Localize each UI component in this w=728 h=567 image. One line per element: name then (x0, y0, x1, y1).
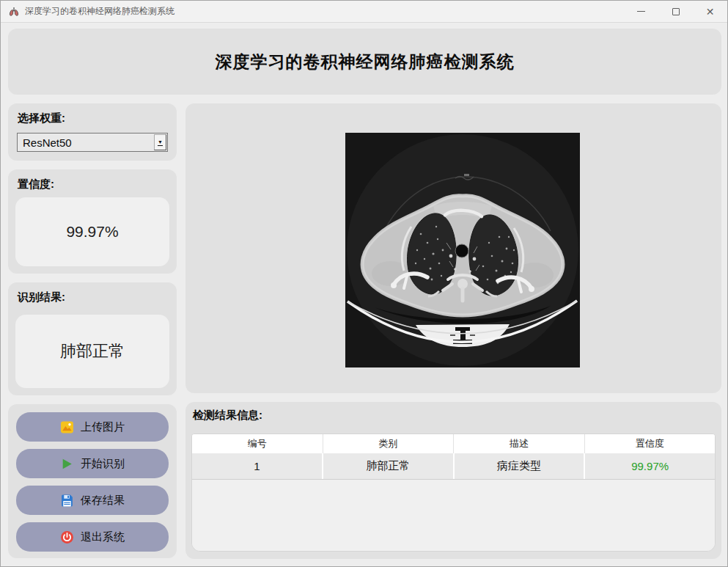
upload-image-button[interactable]: 上传图片 (16, 412, 169, 442)
power-icon (60, 530, 74, 544)
combo-dropdown-button[interactable]: ▼ (154, 134, 166, 150)
weight-select-value: ResNet50 (23, 136, 72, 149)
minimize-icon (637, 11, 645, 12)
weight-select[interactable]: ResNet50 ▼ (17, 133, 168, 152)
close-button[interactable]: ✕ (693, 1, 727, 22)
close-icon: ✕ (706, 7, 715, 17)
maximize-icon (672, 8, 680, 15)
actions-section: 上传图片 开始识别 保存结果 (8, 404, 177, 558)
col-header-confidence: 置信度 (585, 434, 716, 453)
col-header-category: 类别 (323, 434, 455, 453)
lungs-app-icon (8, 6, 20, 18)
table-empty-area (192, 480, 715, 551)
result-section: 识别结果: 肺部正常 (8, 282, 177, 395)
minimize-button[interactable] (624, 1, 658, 22)
results-panel: 检测结果信息: 编号 类别 描述 置信度 1 肺部正常 病症类型 99.97% (185, 402, 721, 559)
cell-description: 病症类型 (455, 453, 586, 479)
window-title: 深度学习的卷积神经网络肺癌检测系统 (25, 5, 174, 18)
col-header-description: 描述 (454, 434, 585, 453)
image-upload-icon (60, 420, 74, 434)
weight-section-label: 选择权重: (18, 111, 65, 125)
ct-scan-image (345, 133, 580, 367)
exit-system-button[interactable]: 退出系统 (16, 522, 169, 552)
result-section-label: 识别结果: (18, 290, 65, 304)
window-controls: ✕ (624, 1, 727, 22)
result-value: 肺部正常 (15, 315, 169, 388)
exit-system-label: 退出系统 (81, 530, 125, 544)
confidence-value: 99.97% (15, 197, 169, 266)
start-recognition-button[interactable]: 开始识别 (16, 449, 169, 478)
cell-confidence: 99.97% (585, 453, 715, 479)
cell-id: 1 (192, 453, 323, 479)
table-row[interactable]: 1 肺部正常 病症类型 99.97% (192, 453, 715, 480)
header-banner: 深度学习的卷积神经网络肺癌检测系统 (8, 29, 721, 95)
upload-image-label: 上传图片 (81, 420, 125, 434)
confidence-section: 置信度: 99.97% (8, 169, 177, 274)
image-panel (185, 103, 721, 393)
app-window: 深度学习的卷积神经网络肺癌检测系统 ✕ 深度学习的卷积神经网络肺癌检测系统 选择… (0, 0, 728, 567)
confidence-section-label: 置信度: (18, 178, 54, 191)
play-icon (60, 457, 74, 471)
results-table: 编号 类别 描述 置信度 1 肺部正常 病症类型 99.97% (191, 434, 716, 552)
page-title: 深度学习的卷积神经网络肺癌检测系统 (216, 51, 515, 73)
chevron-down-icon: ▼ (158, 139, 163, 146)
titlebar: 深度学习的卷积神经网络肺癌检测系统 ✕ (1, 1, 727, 23)
col-header-id: 编号 (192, 434, 323, 453)
save-results-button[interactable]: 保存结果 (16, 486, 169, 515)
maximize-button[interactable] (658, 1, 693, 22)
weight-section: 选择权重: ResNet50 ▼ (8, 103, 177, 161)
save-results-label: 保存结果 (81, 494, 125, 508)
table-header-row: 编号 类别 描述 置信度 (192, 434, 715, 453)
results-panel-label: 检测结果信息: (193, 409, 262, 422)
save-icon (60, 494, 74, 508)
cell-category: 肺部正常 (323, 453, 455, 479)
start-recognition-label: 开始识别 (81, 457, 125, 471)
